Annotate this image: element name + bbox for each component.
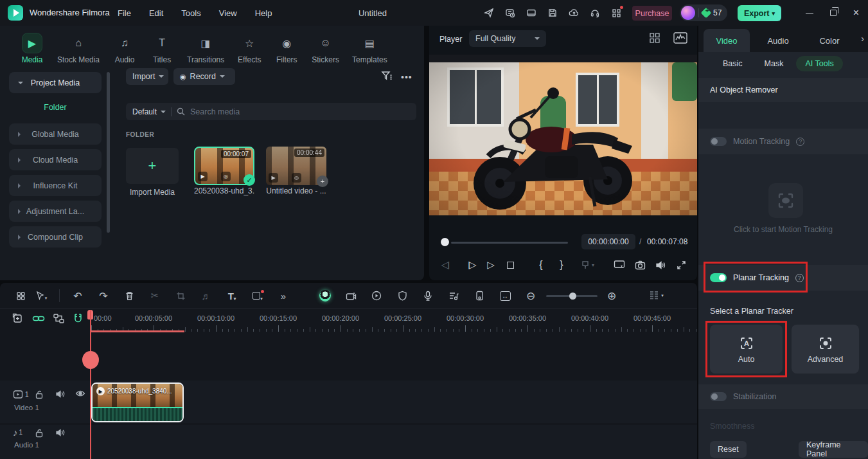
help-icon[interactable]: ? xyxy=(796,138,804,146)
more-options-icon[interactable]: ••• xyxy=(401,72,412,82)
sidebar-item-project-media[interactable]: Project Media xyxy=(9,72,102,93)
mute-track-icon[interactable] xyxy=(55,428,66,437)
next-frame-button[interactable]: ▕▷ xyxy=(463,257,478,273)
add-clip-track-icon[interactable] xyxy=(12,312,24,325)
ai-object-remover-row[interactable]: AI Object Remover xyxy=(698,78,868,102)
media-toolbar-tab[interactable]: ▶ Media xyxy=(15,31,49,67)
previous-frame-button[interactable]: ◁▏ xyxy=(439,257,455,273)
phone-preview-icon[interactable] xyxy=(472,288,487,303)
playback-scrubber[interactable]: 00:00:00:00 / 00:00:07:08 xyxy=(429,233,697,252)
media-toolbar-tab[interactable]: ♫ Audio xyxy=(108,31,141,67)
zoom-slider[interactable] xyxy=(546,295,598,297)
link-clips-icon[interactable] xyxy=(32,312,45,325)
auto-tracker-button[interactable]: A Auto xyxy=(710,325,783,374)
track-manager-icon[interactable] xyxy=(53,312,65,325)
ai-avatar-icon[interactable] xyxy=(317,288,333,303)
properties-subtab[interactable]: AI Tools xyxy=(796,56,842,71)
sidebar-folder-item[interactable]: Cloud Media xyxy=(9,149,102,170)
properties-subtab[interactable]: Mask xyxy=(756,56,793,71)
select-tool-icon[interactable]: ▾ xyxy=(33,288,49,303)
mask-shield-icon[interactable] xyxy=(394,288,410,303)
apps-grid-icon[interactable] xyxy=(610,7,622,19)
more-tools-icon[interactable]: » xyxy=(276,288,291,303)
help-icon[interactable]: ? xyxy=(795,274,804,282)
undo-icon[interactable]: ↶ xyxy=(70,288,85,303)
lock-track-icon[interactable] xyxy=(35,428,44,438)
ai-camera-icon[interactable] xyxy=(343,288,359,303)
properties-tab[interactable]: Video xyxy=(704,29,750,52)
properties-subtab[interactable]: Basic xyxy=(714,56,752,71)
timeline-clip[interactable]: ▶20520038-uhd_3840... xyxy=(91,382,184,422)
zoom-out-icon[interactable]: ⊖ xyxy=(523,288,538,303)
mark-out-button[interactable]: } xyxy=(554,257,569,273)
purchase-button[interactable]: Purchase xyxy=(632,6,672,21)
sidebar-folder-item[interactable]: Compound Clip xyxy=(9,226,102,248)
media-toolbar-tab[interactable]: ◉ Filters xyxy=(270,31,303,67)
sidebar-folder-item[interactable]: Influence Kit xyxy=(9,175,102,196)
text-tool-icon[interactable]: T▾ xyxy=(224,288,240,303)
stabilization-toggle[interactable] xyxy=(710,392,727,401)
maximize-button[interactable] xyxy=(830,10,837,16)
export-button[interactable]: Export▾ xyxy=(738,5,781,21)
planar-tracking-toggle[interactable] xyxy=(710,273,727,282)
snapshot-button[interactable] xyxy=(632,257,648,273)
motion-tracking-toggle[interactable] xyxy=(710,137,727,146)
filter-icon[interactable] xyxy=(380,69,393,82)
sidebar-folder-item[interactable]: Adjustment La... xyxy=(9,201,102,222)
timeline-ruler[interactable]: 00:0000:00:05:0000:00:10:0000:00:15:0000… xyxy=(0,310,697,334)
sidebar-folder-item[interactable]: Global Media xyxy=(9,123,102,145)
display-mode-button[interactable] xyxy=(612,257,627,273)
stop-button[interactable] xyxy=(502,257,518,273)
cloud-upload-icon[interactable] xyxy=(568,7,580,19)
menu-item[interactable]: File xyxy=(118,8,131,18)
properties-tab[interactable]: Color xyxy=(806,29,853,52)
mark-in-button[interactable]: { xyxy=(533,257,549,273)
scopes-icon[interactable] xyxy=(673,32,687,44)
task-list-icon[interactable] xyxy=(504,7,516,19)
audio-list-icon[interactable] xyxy=(446,288,461,303)
mute-track-icon[interactable] xyxy=(55,390,66,399)
quality-dropdown[interactable]: Full Quality xyxy=(469,30,546,47)
snap-magnet-icon[interactable] xyxy=(72,312,84,325)
scrubber-knob[interactable] xyxy=(441,238,449,246)
media-toolbar-tab[interactable]: ☆ Effects xyxy=(233,31,266,67)
sort-dropdown[interactable]: Default xyxy=(132,107,166,116)
media-view-grid-icon[interactable] xyxy=(13,288,28,303)
beat-detect-icon[interactable]: ♬ xyxy=(199,288,214,303)
keyframe-panel-button[interactable]: Keyframe Panel xyxy=(799,441,868,458)
menu-item[interactable]: View xyxy=(219,8,237,18)
media-toolbar-tab[interactable]: ☺ Stickers xyxy=(307,31,344,67)
add-to-timeline-badge[interactable]: + xyxy=(317,176,328,187)
record-dropdown[interactable]: ◉Record xyxy=(173,68,235,85)
multi-view-icon[interactable] xyxy=(649,32,660,44)
avatar[interactable] xyxy=(681,6,695,20)
redo-icon[interactable]: ↷ xyxy=(96,288,111,303)
fullscreen-button[interactable] xyxy=(673,257,689,273)
media-toolbar-tab[interactable]: T Titles xyxy=(145,31,179,67)
search-input[interactable] xyxy=(190,107,383,116)
playhead-handle[interactable] xyxy=(82,351,99,369)
reset-button[interactable]: Reset xyxy=(710,441,747,458)
dock-layout-icon[interactable] xyxy=(526,7,537,19)
play-button[interactable]: ▷ xyxy=(483,257,499,273)
video-preview[interactable] xyxy=(429,55,697,215)
crop-icon[interactable] xyxy=(173,288,188,303)
account-pill[interactable]: 57 xyxy=(680,4,727,21)
lock-track-icon[interactable] xyxy=(35,390,44,399)
sidebar-item-folder[interactable]: Folder xyxy=(9,103,102,112)
zoom-slider-knob[interactable] xyxy=(569,292,576,300)
speed-icon[interactable] xyxy=(369,288,384,303)
media-toolbar-tab[interactable]: ▤ Templates xyxy=(348,31,392,67)
volume-button[interactable] xyxy=(653,257,668,273)
share-icon[interactable] xyxy=(483,7,495,19)
mask-tool-icon[interactable]: ▾ xyxy=(250,288,265,303)
save-icon[interactable] xyxy=(547,7,558,19)
media-toolbar-tab[interactable]: ⌂ Stock Media xyxy=(53,31,104,67)
track-layout-icon[interactable]: ▾ xyxy=(649,288,664,303)
playhead-line[interactable] xyxy=(90,310,91,459)
advanced-tracker-button[interactable]: Advanced xyxy=(792,325,859,374)
hide-track-icon[interactable] xyxy=(75,390,85,397)
media-toolbar-tab[interactable]: ◨ Transitions xyxy=(182,31,229,67)
zoom-in-icon[interactable]: ⊕ xyxy=(604,288,619,303)
menu-item[interactable]: Help xyxy=(255,8,272,18)
